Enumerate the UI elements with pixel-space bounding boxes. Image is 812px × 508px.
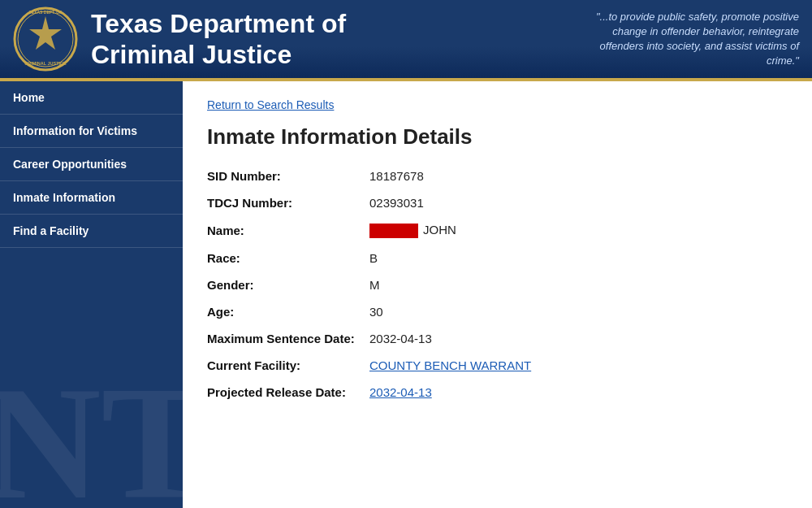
header-title: Texas Department of Criminal Justice xyxy=(91,8,572,71)
sid-label: SID Number: xyxy=(207,169,369,183)
current-facility-link[interactable]: COUNTY BENCH WARRANT xyxy=(369,358,531,372)
svg-text:CRIMINAL JUSTICE: CRIMINAL JUSTICE xyxy=(24,61,67,66)
svg-text:TEXAS DEPT. OF: TEXAS DEPT. OF xyxy=(29,10,63,15)
redacted-block xyxy=(369,224,418,238)
header-motto: "...to provide public safety, promote po… xyxy=(572,10,799,69)
sidebar-watermark: NT xyxy=(0,362,183,508)
sidebar-item-information-for-victims[interactable]: Information for Victims xyxy=(0,115,183,148)
name-value: JOHN xyxy=(369,223,456,238)
sidebar-item-inmate-information[interactable]: Inmate Information xyxy=(0,181,183,215)
projected-release-row: Projected Release Date: 2032-04-13 xyxy=(207,385,788,399)
age-row: Age: 30 xyxy=(207,305,788,319)
tdcj-logo: CRIMINAL JUSTICE TEXAS DEPT. OF xyxy=(13,7,78,72)
sidebar-item-home[interactable]: Home xyxy=(0,81,183,115)
name-row: Name: JOHN xyxy=(207,223,788,238)
race-label: Race: xyxy=(207,251,369,265)
sidebar: NT Home Information for Victims Career O… xyxy=(0,81,183,508)
tdcj-row: TDCJ Number: 02393031 xyxy=(207,196,788,210)
max-sentence-value: 2032-04-13 xyxy=(369,332,432,345)
age-label: Age: xyxy=(207,305,369,319)
race-value: B xyxy=(369,251,378,265)
tdcj-value: 02393031 xyxy=(369,196,424,210)
sidebar-item-find-a-facility[interactable]: Find a Facility xyxy=(0,215,183,248)
page-title: Inmate Information Details xyxy=(207,124,788,150)
page-header: CRIMINAL JUSTICE TEXAS DEPT. OF Texas De… xyxy=(0,0,812,81)
current-facility-label: Current Facility: xyxy=(207,358,369,372)
sid-row: SID Number: 18187678 xyxy=(207,169,788,183)
sid-value: 18187678 xyxy=(369,169,424,183)
max-sentence-row: Maximum Sentence Date: 2032-04-13 xyxy=(207,332,788,345)
header-title-block: Texas Department of Criminal Justice xyxy=(91,8,572,71)
age-value: 30 xyxy=(369,305,383,319)
tdcj-label: TDCJ Number: xyxy=(207,196,369,210)
current-facility-row: Current Facility: COUNTY BENCH WARRANT xyxy=(207,358,788,372)
gender-label: Gender: xyxy=(207,278,369,292)
sidebar-item-career-opportunities[interactable]: Career Opportunities xyxy=(0,148,183,181)
name-label: Name: xyxy=(207,224,369,237)
projected-release-label: Projected Release Date: xyxy=(207,385,369,399)
projected-release-link[interactable]: 2032-04-13 xyxy=(369,385,432,399)
gender-row: Gender: M xyxy=(207,278,788,292)
race-row: Race: B xyxy=(207,251,788,265)
return-to-search-link[interactable]: Return to Search Results xyxy=(207,98,334,111)
main-content: Return to Search Results Inmate Informat… xyxy=(183,81,812,508)
max-sentence-label: Maximum Sentence Date: xyxy=(207,332,369,345)
gender-value: M xyxy=(369,278,380,292)
main-layout: NT Home Information for Victims Career O… xyxy=(0,81,812,508)
